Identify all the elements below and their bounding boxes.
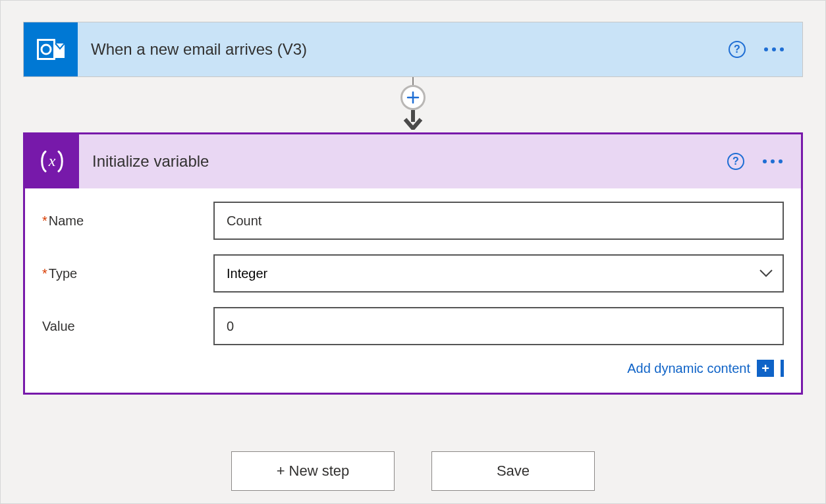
trigger-header[interactable]: When a new email arrives (V3) ? xyxy=(24,22,802,76)
name-input[interactable] xyxy=(213,202,784,240)
footer: + New step Save xyxy=(231,451,595,491)
help-icon[interactable]: ? xyxy=(727,153,744,170)
outlook-icon xyxy=(24,22,78,76)
arrow-down-icon xyxy=(402,110,424,132)
more-menu-icon[interactable] xyxy=(764,43,784,55)
value-row: Value xyxy=(42,307,784,345)
type-select[interactable]: Integer xyxy=(213,254,784,293)
trigger-actions: ? xyxy=(729,41,802,58)
dynamic-content-row: Add dynamic content + xyxy=(42,360,784,377)
new-step-button[interactable]: + New step xyxy=(231,451,395,491)
type-label: *Type xyxy=(42,266,213,281)
more-menu-icon[interactable] xyxy=(763,155,783,167)
designer-canvas: When a new email arrives (V3) ? xyxy=(1,1,825,504)
connector xyxy=(400,77,426,132)
action-title: Initialize variable xyxy=(79,152,727,171)
value-label: Value xyxy=(42,319,213,334)
action-card: x Initialize variable ? *Name *Type Inte… xyxy=(23,132,803,395)
dynamic-content-tab-indicator xyxy=(781,360,784,377)
type-row: *Type Integer xyxy=(42,254,784,293)
insert-step-button[interactable] xyxy=(400,85,426,110)
action-form: *Name *Type Integer Value Add dynamic co… xyxy=(25,188,801,393)
add-dynamic-content-link[interactable]: Add dynamic content xyxy=(627,361,750,376)
svg-text:x: x xyxy=(48,152,56,169)
save-button[interactable]: Save xyxy=(431,451,595,491)
trigger-card[interactable]: When a new email arrives (V3) ? xyxy=(23,22,803,77)
action-header[interactable]: x Initialize variable ? xyxy=(25,134,801,188)
name-label: *Name xyxy=(42,213,213,229)
trigger-title: When a new email arrives (V3) xyxy=(78,40,729,59)
value-input[interactable] xyxy=(213,307,784,345)
type-value: Integer xyxy=(227,266,267,281)
variable-icon: x xyxy=(25,134,79,188)
action-actions: ? xyxy=(727,153,801,170)
help-icon[interactable]: ? xyxy=(729,41,746,58)
name-row: *Name xyxy=(42,202,784,240)
add-dynamic-content-button[interactable]: + xyxy=(757,360,774,377)
chevron-down-icon xyxy=(759,266,773,281)
